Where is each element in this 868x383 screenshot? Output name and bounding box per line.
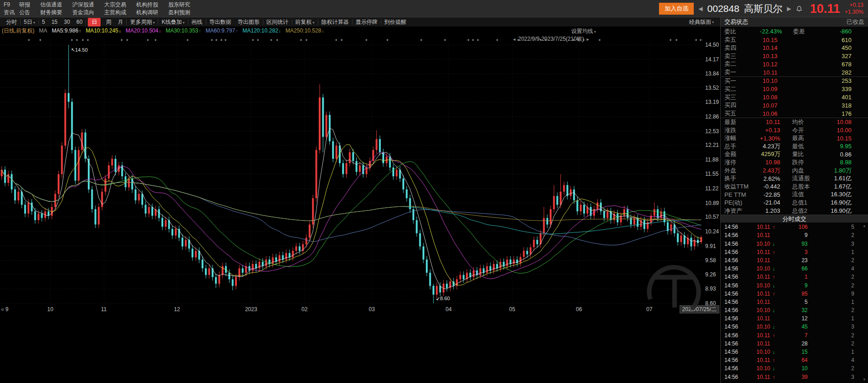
level-price: 10.15 — [745, 37, 777, 43]
range-left-icon[interactable]: ◄ — [512, 37, 516, 42]
toolbar-item[interactable]: 显示停牌 — [353, 18, 381, 26]
stat-label: 均价 — [792, 118, 821, 126]
bid-row[interactable]: 买三10.08401 — [721, 93, 868, 102]
stat-value: 1.67亿 — [821, 183, 852, 191]
add-watchlist-button[interactable]: 加入自选 — [659, 3, 694, 15]
toolbar-item[interactable]: 导出数据 — [206, 18, 235, 26]
tick-count: 4 — [808, 265, 854, 272]
stat-value: 10.15 — [821, 135, 852, 142]
ask-row[interactable]: 卖五10.15610 — [721, 36, 868, 44]
caret-down-icon: ▾ — [313, 21, 315, 25]
menu-item[interactable]: 沪深股通 — [72, 1, 104, 9]
toolbar-item[interactable]: 5日▾ — [21, 18, 38, 26]
toolbar-item[interactable]: 5 — [39, 19, 48, 25]
tick-up-icon: ↑ — [770, 249, 777, 255]
ma-value: MA30:10.353↑ — [166, 27, 201, 34]
stock-header: 加入自选 ◀ 002848 高斯贝尔 ▶ 10.11 +0.13 +1.30% — [659, 0, 863, 17]
tick-down-icon: ↓ — [770, 324, 777, 329]
stat-label: PE(动) — [724, 199, 751, 207]
tick-volume: 45 — [777, 324, 808, 330]
level-volume: 282 — [777, 69, 852, 76]
bid-row[interactable]: 买四10.07318 — [721, 101, 868, 109]
toolbar-item[interactable]: 30 — [61, 19, 73, 25]
menu-item[interactable]: 资金流向 — [72, 9, 104, 16]
toolbar-item[interactable]: 分时 — [3, 18, 20, 26]
menu-item[interactable]: 机构调研 — [136, 9, 168, 16]
ticks-scroll-up-icon[interactable]: ▲ — [863, 224, 866, 228]
weicha-label: 委差 — [782, 27, 808, 36]
tick-row: 14:5610.11↑393 — [721, 372, 868, 381]
ticks-scroll-down-icon[interactable]: ▼ — [863, 378, 866, 382]
level-price: 10.10 — [745, 77, 777, 84]
weibi-label: 委比 — [724, 27, 743, 36]
tick-time: 14:56 — [724, 307, 745, 313]
toolbar-item[interactable]: 15 — [48, 19, 60, 25]
tick-volume: 7 — [777, 332, 808, 339]
level-price: 10.14 — [745, 44, 777, 51]
toolbar-item[interactable]: 月 — [114, 18, 126, 26]
stat-label: 总值1 — [792, 199, 821, 207]
stock-code: 002848 — [707, 3, 739, 14]
toolbar-item[interactable]: 到价提醒 — [381, 18, 410, 26]
tick-volume: 66 — [777, 265, 808, 272]
price-tick-label: 11.55 — [705, 171, 718, 177]
menu-item[interactable]: 公告 — [19, 9, 40, 16]
menu-item[interactable]: 财务摘要 — [40, 9, 72, 16]
time-tick-label: 12 — [174, 306, 180, 313]
layout-switcher[interactable]: 经典版面▾ — [689, 18, 718, 26]
toolbar-item[interactable]: 除权计算器 — [318, 18, 352, 26]
tick-time: 14:56 — [724, 232, 745, 238]
tick-price: 10.11 — [745, 340, 770, 347]
tick-time: 14:56 — [724, 374, 745, 380]
toolbar-item[interactable]: 日 — [88, 18, 101, 27]
time-tick-label: 10 — [47, 306, 53, 313]
tick-count: 2 — [808, 307, 854, 313]
tick-count: 2 — [808, 232, 854, 238]
next-stock-icon[interactable]: ▶ — [787, 5, 791, 12]
range-right-icon[interactable]: ► — [586, 37, 590, 42]
menu-item[interactable]: 主营构成 — [104, 9, 136, 16]
bid-row[interactable]: 买二10.09339 — [721, 85, 868, 93]
candlestick-chart[interactable]: ****************************************… — [0, 34, 703, 304]
tick-volume: 64 — [777, 357, 808, 363]
menu-item[interactable]: 大宗交易 — [104, 1, 136, 9]
toolbar-item[interactable]: 更多周期▾ — [127, 18, 158, 26]
menu-item[interactable]: 资讯 — [4, 9, 19, 16]
tick-time: 14:56 — [724, 315, 745, 322]
stat-label: 今开 — [792, 126, 821, 135]
change-percent: +1.30% — [845, 9, 863, 16]
menu-item[interactable]: 机构持股 — [136, 1, 168, 9]
date-range-control[interactable]: ◄ 2022/9/9-2023/7/25(210根) ► — [512, 35, 590, 43]
menu-item[interactable]: F9 — [4, 1, 19, 9]
menu-item[interactable]: 盈利预测 — [168, 9, 200, 16]
toolbar-item[interactable]: 周 — [102, 18, 114, 26]
ask-row[interactable]: 卖四10.14450 — [721, 44, 868, 52]
toolbar-item[interactable]: 60 — [73, 19, 86, 25]
ask-row[interactable]: 卖三10.13327 — [721, 52, 868, 60]
toolbar-item[interactable]: 区间统计 — [263, 18, 292, 26]
caret-down-icon: ▾ — [33, 21, 35, 25]
toolbar-item[interactable]: 导出图形 — [235, 18, 263, 26]
ask-row[interactable]: 卖一10.11282 — [721, 68, 868, 76]
prev-stock-icon[interactable]: ◀ — [698, 5, 702, 12]
price-tick-label: 13.84 — [705, 70, 719, 77]
menu-item[interactable]: 股东研究 — [168, 1, 200, 9]
price-tick-label: 10.24 — [705, 228, 719, 235]
menu-item[interactable]: 估值通道 — [40, 1, 72, 9]
tick-volume: 39 — [777, 374, 808, 380]
price-tick-label: 10.57 — [705, 214, 719, 220]
stat-label: 涨停 — [724, 158, 751, 167]
stat-value: -22.85 — [751, 191, 780, 198]
scroll-left-icon[interactable]: « — [1, 306, 4, 313]
stat-row: 净资产1.203总值216.90亿 — [721, 207, 868, 215]
date-range-label: 2022/9/9-2023/7/25(210根) — [518, 35, 584, 43]
toolbar-item[interactable]: 前复权▾ — [292, 18, 318, 26]
toolbar-item[interactable]: 画线 — [188, 18, 206, 26]
bid-row[interactable]: 买一10.10253 — [721, 77, 868, 85]
menu-item[interactable]: 研报 — [19, 1, 40, 9]
bid-row[interactable]: 买五10.06176 — [721, 109, 868, 118]
ask-row[interactable]: 卖二10.12678 — [721, 60, 868, 68]
toolbar-item[interactable]: K线叠加▾ — [158, 18, 188, 26]
tick-volume: 10 — [777, 365, 808, 372]
alert-bell-icon[interactable] — [796, 5, 803, 12]
